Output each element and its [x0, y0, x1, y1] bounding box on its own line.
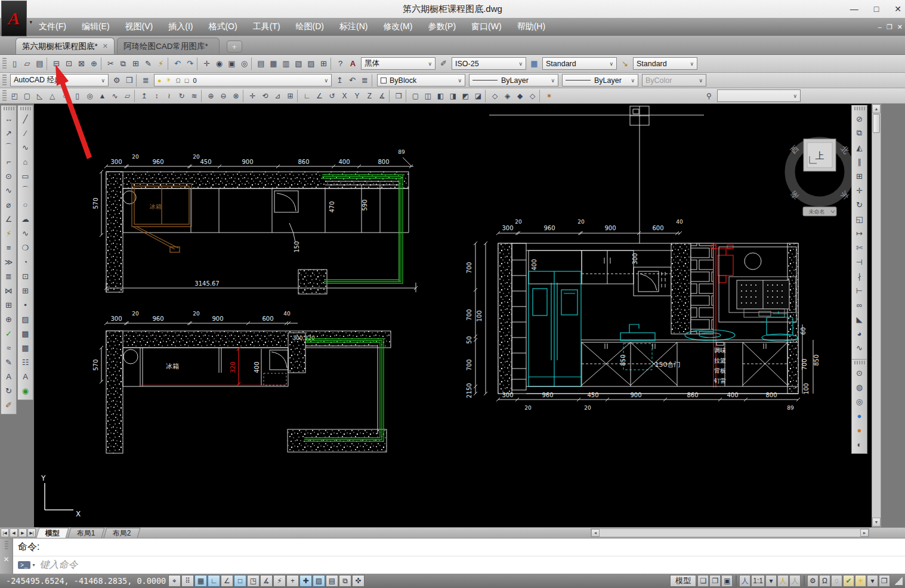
circle-icon[interactable]: ○ — [19, 197, 32, 212]
dim-jogged-icon[interactable]: ∿ — [2, 183, 16, 197]
elevation-drawing[interactable]: 300 20 960 20 900 600 40 40 — [466, 106, 820, 411]
minimize-button[interactable]: — — [850, 4, 858, 14]
layout-button[interactable]: ❏ — [697, 575, 709, 587]
box-icon[interactable]: ▢ — [21, 89, 33, 103]
annotation-scale-caret[interactable]: ▾ — [765, 575, 777, 587]
rotate-icon[interactable]: ↻ — [853, 197, 866, 212]
arc-icon[interactable]: ⌒ — [19, 183, 32, 197]
tolerance-icon[interactable]: ⊞ — [2, 298, 16, 312]
close-button[interactable]: ✕ — [894, 4, 901, 14]
tab-first-button[interactable]: |◀ — [1, 528, 9, 537]
lineweight-toggle[interactable]: ✚ — [299, 575, 312, 587]
otrack-toggle[interactable]: ∡ — [260, 575, 273, 587]
sheetset-manager-icon[interactable]: ▧ — [292, 57, 305, 70]
break-icon[interactable]: ⊢ — [853, 283, 866, 298]
stretch-icon[interactable]: ↦ — [853, 226, 866, 240]
line-icon[interactable]: ╱ — [19, 112, 32, 126]
workspace-switch-button[interactable]: ⚙ — [807, 575, 818, 587]
annotation-scale-icon[interactable]: 人 — [739, 575, 750, 587]
sweep-icon[interactable]: ≀ — [163, 89, 175, 103]
polysolid-icon[interactable]: ◰ — [8, 89, 21, 103]
viewcube-top-face[interactable]: 上 — [816, 150, 824, 161]
polar-toggle[interactable]: ∠ — [221, 575, 233, 587]
workspace-save-icon[interactable]: ❒ — [123, 74, 135, 87]
sphere-icon[interactable]: ○ — [58, 89, 71, 103]
resize-grip[interactable] — [894, 577, 903, 585]
dim-angular-icon[interactable]: ∠ — [2, 212, 16, 226]
point-icon[interactable]: • — [19, 298, 32, 312]
annotation-monitor-toggle[interactable]: ✜ — [352, 575, 365, 587]
make-block-icon[interactable]: ⊞ — [19, 283, 32, 298]
workspace-settings-icon[interactable]: ⚙ — [110, 74, 123, 87]
table-style-icon[interactable]: ▦ — [528, 57, 540, 70]
extrude-icon[interactable]: ↥ — [138, 89, 150, 103]
menu-item[interactable]: 标注(N) — [332, 18, 375, 36]
dim-linear-icon[interactable]: ↔ — [2, 112, 16, 126]
toolbar-grip[interactable] — [2, 75, 7, 86]
cleanscreen-button[interactable]: ❒ — [879, 575, 890, 587]
ucs-y-icon[interactable]: Y — [351, 89, 363, 103]
properties-icon[interactable]: ▤ — [255, 57, 267, 70]
annotation-visibility-button[interactable]: 人 — [777, 575, 789, 587]
vs-shaded-icon[interactable]: ◪ — [472, 89, 484, 103]
help-icon[interactable]: ? — [334, 57, 347, 70]
cone-icon[interactable]: △ — [46, 89, 58, 103]
toolbar-lock-button[interactable]: Ω — [819, 575, 830, 587]
mtext-icon[interactable]: A — [19, 369, 32, 383]
text-style-combo[interactable]: 黑体 — [361, 57, 435, 70]
ellipse-icon[interactable]: ❍ — [19, 240, 32, 255]
pyramid-icon[interactable]: ▲ — [96, 89, 109, 103]
presspull-icon[interactable]: ↕ — [150, 89, 163, 103]
quick-dim-icon[interactable]: ⚡ — [2, 226, 16, 240]
viewport-combo[interactable] — [717, 89, 801, 102]
qnew-icon[interactable]: ▯ — [8, 57, 21, 70]
tab-last-button[interactable]: ▶| — [27, 528, 36, 537]
ortho-toggle[interactable]: ∟ — [208, 575, 220, 587]
view-se-icon[interactable]: ◈ — [501, 89, 514, 103]
table-style-combo[interactable]: Standard — [542, 57, 617, 70]
layer-properties-icon[interactable]: ≣ — [140, 74, 152, 87]
toolbar-grip[interactable] — [4, 107, 14, 110]
tab-prev-button[interactable]: ◀ — [10, 528, 18, 537]
polyline-icon[interactable]: ∿ — [19, 140, 32, 154]
quickview-drawings-button[interactable]: ▣ — [721, 575, 733, 587]
ucs-icon[interactable]: ∟ — [301, 89, 313, 103]
3d-align-icon[interactable]: ⊿ — [271, 89, 284, 103]
toolbar-grip[interactable] — [2, 90, 7, 102]
dyn-toggle[interactable]: + — [286, 575, 299, 587]
workspace-combo[interactable]: AutoCAD 经典 — [10, 74, 109, 86]
scroll-left-icon[interactable]: ◂ — [591, 529, 600, 537]
annotation-autoscale-button[interactable]: 人 — [789, 575, 801, 587]
quickcalc-icon[interactable]: ⊞ — [317, 57, 330, 70]
lineweight-combo[interactable]: ByLayer — [562, 74, 638, 86]
dim-diameter-icon[interactable]: ⌀ — [2, 197, 16, 212]
dim-radius-icon[interactable]: ⊙ — [2, 169, 16, 183]
ucs-z-icon[interactable]: Z — [363, 89, 376, 103]
dim-style-icon[interactable]: ✐ — [2, 398, 16, 412]
hide-icon[interactable]: ◍ — [853, 380, 866, 394]
inspection-icon[interactable]: ✓ — [2, 326, 16, 341]
vs-3d-wireframe-icon[interactable]: ◫ — [422, 89, 434, 103]
loft-icon[interactable]: ≋ — [188, 89, 200, 103]
viewcube[interactable]: 西 北 南 东 上 未命名 — [789, 139, 851, 216]
dim-text-edit-icon[interactable]: A — [2, 369, 16, 383]
move-icon[interactable]: ✛ — [853, 183, 866, 197]
pan-icon[interactable]: ✛ — [200, 57, 213, 70]
named-views-icon[interactable]: ❒ — [393, 89, 405, 103]
dim-update-icon[interactable]: ↻ — [2, 383, 16, 398]
paste-icon[interactable]: ⊞ — [129, 57, 142, 70]
gradient-icon[interactable]: ▩ — [19, 326, 32, 341]
3d-rotate-icon[interactable]: ⟲ — [259, 89, 271, 103]
viewcube-named-view-button[interactable]: 未命名 — [809, 209, 825, 215]
app-menu-button[interactable]: A ▾ — [1, 1, 27, 36]
spline-icon[interactable]: ∿ — [19, 226, 32, 240]
render-sphere-icon[interactable]: ● — [853, 408, 866, 423]
etransmit-icon[interactable]: ⊕ — [88, 57, 100, 70]
break-at-point-icon[interactable]: ∤ — [853, 269, 866, 283]
subtract-icon[interactable]: ⊖ — [217, 89, 230, 103]
doc-close-button[interactable]: ✕ — [897, 23, 903, 31]
join-icon[interactable]: ∞ — [853, 298, 866, 312]
zoom-previous-icon[interactable]: ◎ — [238, 57, 251, 70]
hardware-accel-button[interactable]: ✔ — [843, 575, 854, 587]
search-icon[interactable]: ⚲ — [703, 89, 715, 103]
